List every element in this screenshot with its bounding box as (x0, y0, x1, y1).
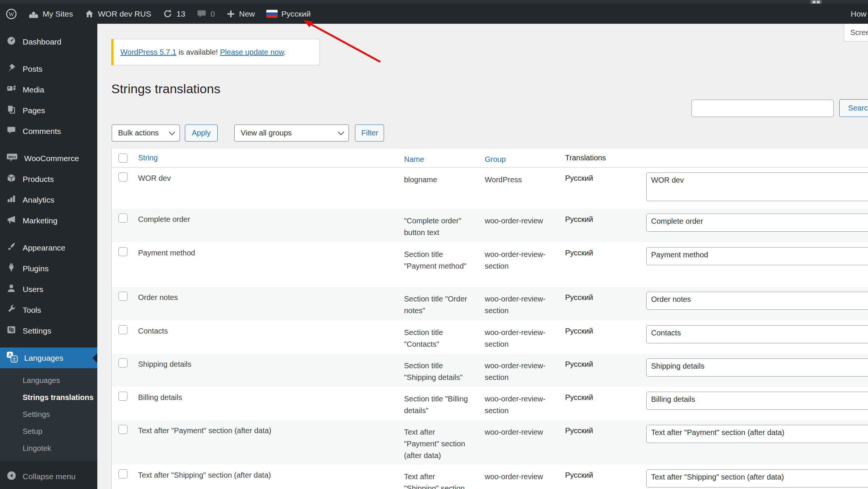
sidebar-item-label: Media (23, 85, 44, 94)
page-title: Strings translations (111, 82, 220, 96)
translation-textarea[interactable]: Shipping details (646, 358, 868, 377)
table-header-row: String Name Group Translations (112, 149, 868, 168)
language-switcher[interactable]: Русский (261, 4, 316, 24)
user-icon (6, 283, 16, 295)
my-sites-label: My Sites (43, 9, 73, 18)
sidebar-item-settings[interactable]: Settings (0, 320, 97, 341)
sidebar-item-comments[interactable]: Comments (0, 121, 97, 141)
collapse-menu-button[interactable]: Collapse menu (0, 466, 97, 487)
sidebar-item-dashboard[interactable]: Dashboard (0, 31, 97, 52)
string-cell: Complete order (138, 209, 404, 242)
language-label: Русский (565, 387, 646, 420)
screen-options-tab[interactable]: Screen (844, 24, 868, 42)
column-header-name[interactable]: Name (404, 155, 424, 163)
languages-submenu: Languages Strings translations Settings … (0, 368, 97, 461)
row-checkbox[interactable] (118, 358, 128, 368)
string-cell: Contacts (138, 320, 404, 354)
apply-button[interactable]: Apply (185, 125, 218, 141)
row-checkbox[interactable] (118, 247, 128, 256)
row-checkbox[interactable] (118, 292, 128, 301)
table-row: Billing details Section title "Billing d… (112, 387, 868, 420)
sidebar-item-woocommerce[interactable]: Woo WooCommerce (0, 148, 97, 169)
name-cell: Text after "Payment" section (after data… (404, 426, 471, 461)
filter-button[interactable]: Filter (355, 125, 384, 141)
translation-textarea[interactable]: Payment method (646, 247, 868, 265)
name-cell: Text after "Shipping" section (after dat… (404, 471, 471, 489)
string-cell: Order notes (138, 287, 404, 320)
row-checkbox[interactable] (118, 469, 128, 478)
bulk-actions-select[interactable]: Bulk actions (112, 125, 180, 141)
search-input[interactable] (691, 100, 834, 117)
my-sites-menu[interactable]: My Sites (23, 4, 79, 24)
submenu-item-strings-translations[interactable]: Strings translations (0, 389, 97, 406)
sidebar-item-label: Pages (23, 106, 45, 115)
updates-menu[interactable]: 13 (157, 4, 191, 24)
sidebar-item-users[interactable]: Users (0, 279, 97, 300)
submenu-item-setup[interactable]: Setup (0, 423, 97, 440)
sidebar-item-analytics[interactable]: Analytics (0, 189, 97, 210)
translation-textarea[interactable]: Contacts (646, 325, 868, 343)
sidebar-item-label: Marketing (23, 216, 57, 225)
translation-textarea[interactable]: Complete order (646, 214, 868, 232)
update-now-link[interactable]: Please update now (220, 48, 284, 56)
wp-logo-menu[interactable]: W (0, 4, 23, 24)
submenu-item-languages[interactable]: Languages (0, 372, 97, 389)
sidebar-item-posts[interactable]: Posts (0, 58, 97, 79)
string-cell: Shipping details (138, 354, 404, 387)
select-all-checkbox[interactable] (118, 154, 128, 163)
new-content-menu[interactable]: New (221, 4, 261, 24)
row-checkbox[interactable] (118, 425, 128, 434)
collapse-arrow-icon (6, 471, 17, 483)
chevron-down-icon (169, 129, 175, 135)
submenu-item-lingotek[interactable]: Lingotek (0, 440, 97, 457)
plug-icon (6, 263, 16, 274)
sidebar-item-label: Languages (24, 354, 63, 363)
language-label: Русский (565, 420, 646, 464)
wordpress-version-link[interactable]: WordPress 5.7.1 (120, 48, 177, 56)
group-cell: woo-order-review (485, 215, 553, 227)
language-label: Русский (565, 464, 646, 489)
translation-textarea[interactable]: Text after "Payment" section (after data… (646, 425, 868, 443)
collapse-menu-label: Collapse menu (23, 472, 75, 481)
row-checkbox[interactable] (118, 172, 128, 181)
admin-sidebar: Dashboard Posts Media Pages Comments Woo (0, 24, 97, 489)
sidebar-item-label: Posts (23, 65, 43, 74)
sidebar-item-label: Comments (23, 127, 61, 136)
sidebar-item-plugins[interactable]: Plugins (0, 258, 97, 279)
browser-mini-tab (810, 0, 822, 4)
sidebar-item-pages[interactable]: Pages (0, 100, 97, 121)
svg-text:Woo: Woo (8, 155, 16, 159)
translation-textarea[interactable]: Billing details (646, 392, 868, 410)
sidebar-item-media[interactable]: Media (0, 79, 97, 100)
home-icon (84, 9, 94, 19)
sidebar-item-label: Tools (23, 306, 41, 315)
site-menu[interactable]: WOR dev RUS (79, 4, 157, 24)
column-header-string[interactable]: String (138, 154, 158, 162)
site-name-label: WOR dev RUS (98, 9, 151, 18)
translation-textarea[interactable]: Order notes (646, 292, 868, 310)
sidebar-item-products[interactable]: Products (0, 169, 97, 189)
comments-count: 0 (210, 9, 215, 18)
howdy-menu[interactable]: How (851, 4, 866, 24)
row-checkbox[interactable] (118, 392, 128, 401)
sidebar-item-tools[interactable]: Tools (0, 300, 97, 320)
language-label: Русский (565, 168, 646, 209)
sidebar-item-marketing[interactable]: Marketing (0, 210, 97, 231)
column-header-group[interactable]: Group (485, 155, 506, 163)
table-row: Text after "Payment" section (after data… (112, 420, 868, 464)
search-button[interactable]: Search (839, 99, 868, 117)
group-filter-select[interactable]: View all groups (234, 125, 349, 141)
comments-menu[interactable]: 0 (191, 4, 221, 24)
row-checkbox[interactable] (118, 325, 128, 334)
megaphone-icon (6, 215, 16, 226)
sidebar-item-languages[interactable]: A文 Languages (0, 348, 97, 368)
sidebar-item-appearance[interactable]: Appearance (0, 237, 97, 258)
translation-textarea[interactable]: Text after "Shipping" section (after dat… (646, 469, 868, 487)
strings-table: String Name Group Translations WOR dev b… (111, 149, 868, 489)
updates-count: 13 (177, 9, 185, 18)
row-checkbox[interactable] (118, 214, 128, 223)
table-row: Complete order "Complete order" button t… (112, 209, 868, 242)
submenu-item-settings[interactable]: Settings (0, 406, 97, 423)
translation-textarea[interactable]: WOR dev (646, 172, 868, 201)
name-cell: Section title "Order notes" (404, 293, 471, 317)
